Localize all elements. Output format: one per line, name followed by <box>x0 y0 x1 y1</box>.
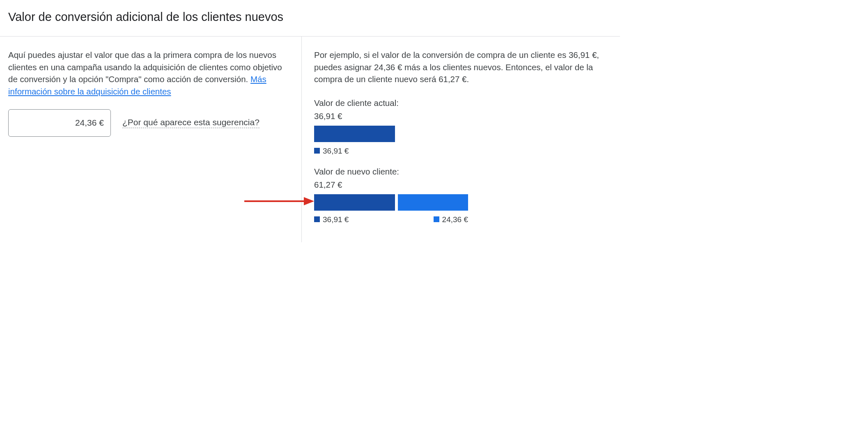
description-text: Aquí puedes ajustar el valor que das a l… <box>8 49 293 98</box>
new-customer-block: Valor de nuevo cliente: 61,27 € 36,91 € … <box>314 165 616 225</box>
example-text: Por ejemplo, si el valor de la conversió… <box>314 49 616 85</box>
legend-item-base: 36,91 € <box>314 145 349 157</box>
legend-additional-value: 24,36 € <box>442 214 468 225</box>
legend-item-base: 36,91 € <box>314 214 349 225</box>
new-customer-value: 61,27 € <box>314 179 616 191</box>
legend-item-additional: 24,36 € <box>434 214 468 225</box>
current-customer-bar <box>314 126 616 142</box>
current-customer-value: 36,91 € <box>314 110 616 122</box>
description-prefix: Aquí puedes ajustar el valor que das a l… <box>8 50 282 84</box>
legend-swatch-dark-icon <box>314 148 320 154</box>
page-title: Valor de conversión adicional de los cli… <box>8 10 612 24</box>
left-column: Aquí puedes ajustar el valor que das a l… <box>0 37 302 242</box>
new-customer-label: Valor de nuevo cliente: <box>314 165 616 178</box>
additional-value-input[interactable] <box>8 109 111 137</box>
current-customer-block: Valor de cliente actual: 36,91 € 36,91 € <box>314 97 616 156</box>
current-customer-label: Valor de cliente actual: <box>314 97 616 109</box>
right-column: Por ejemplo, si el valor de la conversió… <box>302 37 620 242</box>
bar-segment-additional <box>398 194 468 211</box>
panel-header: Valor de conversión adicional de los cli… <box>0 0 620 37</box>
legend-swatch-light-icon <box>434 216 439 222</box>
legend-base-value: 36,91 € <box>323 214 349 225</box>
legend-base-value: 36,91 € <box>323 145 349 157</box>
legend-swatch-dark-icon <box>314 216 320 222</box>
bar-segment-base <box>314 194 395 211</box>
new-customer-bar <box>314 194 616 211</box>
why-suggestion-tooltip[interactable]: ¿Por qué aparece esta sugerencia? <box>122 117 259 128</box>
bar-segment-base <box>314 126 395 142</box>
